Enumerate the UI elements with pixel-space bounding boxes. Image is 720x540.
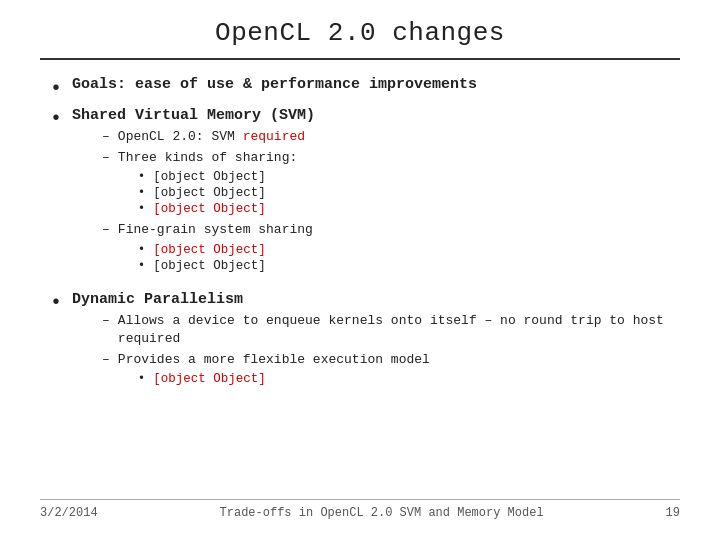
- dp-sub-1: – Allows a device to enqueue kernels ont…: [102, 312, 670, 348]
- content-area: • Goals: ease of use & performance impro…: [40, 76, 680, 499]
- footer-page: 19: [666, 506, 680, 520]
- svm-required: required: [243, 129, 305, 144]
- svm-title: Shared Virtual Memory (SVM): [72, 107, 315, 124]
- dp-example: • [object Object]: [138, 372, 430, 386]
- bullet-dp: • Dynamic Parallelism – Allows a device …: [50, 290, 670, 392]
- goals-text: Goals: ease of use & performance improve…: [72, 76, 477, 93]
- svm-sub-3: – Fine-grain system sharing • [object Ob…: [102, 221, 315, 274]
- svm-sub-2: – Three kinds of sharing: • [object Obje…: [102, 149, 315, 218]
- svm-can-directly: • [object Object]: [138, 243, 313, 257]
- dp-sub-2: – Provides a more flexible execution mod…: [102, 351, 670, 388]
- svm-fine-grain: Fine-grain system sharing: [118, 222, 313, 237]
- svm-fine-sys: • [object Object]: [138, 202, 297, 216]
- footer-date: 3/2/2014: [40, 506, 98, 520]
- svm-fine-buf: • [object Object]: [138, 186, 297, 200]
- bullet-dot-svm: •: [50, 107, 62, 130]
- dp-flexible: Provides a more flexible execution model: [118, 352, 430, 367]
- bullet-dot-dp: •: [50, 291, 62, 314]
- slide: OpenCL 2.0 changes • Goals: ease of use …: [0, 0, 720, 540]
- footer: 3/2/2014 Trade-offs in OpenCL 2.0 SVM an…: [40, 499, 680, 520]
- bullet-dot-goals: •: [50, 77, 62, 100]
- svm-three-kinds: Three kinds of sharing:: [118, 150, 297, 165]
- svm-sub-list: – OpenCL 2.0: SVM required – Three kinds…: [102, 128, 315, 275]
- svm-sub1-text: OpenCL 2.0: SVM: [118, 129, 243, 144]
- dp-content: Dynamic Parallelism – Allows a device to…: [72, 290, 670, 392]
- dp-sub-list: – Allows a device to enqueue kernels ont…: [102, 312, 670, 389]
- bullet-svm: • Shared Virtual Memory (SVM) – OpenCL 2…: [50, 106, 670, 278]
- title-area: OpenCL 2.0 changes: [40, 0, 680, 60]
- svm-content: Shared Virtual Memory (SVM) – OpenCL 2.0…: [72, 106, 315, 278]
- svm-sub-1: – OpenCL 2.0: SVM required: [102, 128, 315, 146]
- footer-center: Trade-offs in OpenCL 2.0 SVM and Memory …: [220, 506, 544, 520]
- dp-allows: Allows a device to enqueue kernels onto …: [118, 312, 670, 348]
- svm-both-host: • [object Object]: [138, 259, 313, 273]
- bullet-goals: • Goals: ease of use & performance impro…: [50, 76, 670, 100]
- svm-coarse: • [object Object]: [138, 170, 297, 184]
- dp-title: Dynamic Parallelism: [72, 291, 243, 308]
- slide-title: OpenCL 2.0 changes: [40, 18, 680, 48]
